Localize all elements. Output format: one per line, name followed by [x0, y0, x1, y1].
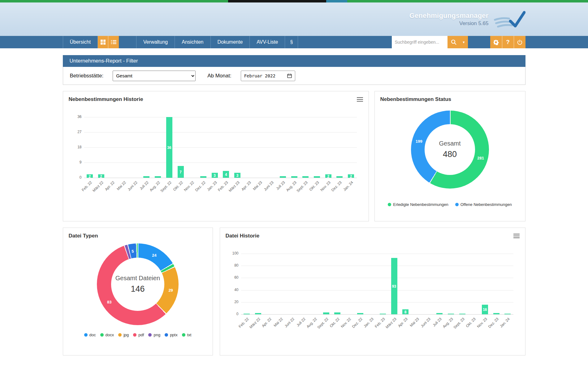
legend-item[interactable]: docx: [100, 333, 114, 337]
logout-button[interactable]: [514, 36, 525, 48]
x-axis-tick-label: März 22: [92, 180, 104, 193]
x-axis-tick-label: Dez. 22: [194, 180, 206, 192]
filter-title: Unternehmens-Report - Filter: [63, 55, 525, 67]
nav-avv-liste[interactable]: AVV-Liste: [250, 36, 285, 48]
legend-item[interactable]: doc: [84, 333, 96, 337]
browser-strip-dark-segment: [228, 0, 326, 2]
bar[interactable]: [357, 313, 363, 314]
gridline: [84, 132, 357, 133]
x-axis-tick-label: Feb. 22: [238, 317, 250, 329]
search-input[interactable]: [392, 36, 447, 48]
x-axis-tick-label: Feb. 23: [217, 180, 229, 192]
browser-strip-teal-segment: [326, 0, 347, 2]
legend-label: docx: [106, 333, 114, 337]
gridline: [84, 178, 357, 178]
x-axis-tick-label: Juli 22: [296, 317, 306, 327]
legend-dot: [455, 203, 459, 206]
bar-chart-nebenbestimmungen-historie[interactable]: 091827362Feb. 222März 22Apr. 22Mai 22Jun…: [84, 117, 357, 178]
list-view-button[interactable]: [108, 36, 119, 48]
legend-item[interactable]: txt: [182, 333, 192, 337]
nav-dokumente[interactable]: Dokumente: [211, 36, 250, 48]
browser-strip: [0, 0, 588, 2]
bar[interactable]: [436, 313, 443, 314]
x-axis-tick-label: Juni 23: [263, 180, 275, 192]
gridline: [241, 254, 513, 254]
gridline: [241, 278, 513, 278]
search-button[interactable]: [447, 36, 460, 48]
x-axis-tick-label: Mai 22: [273, 317, 283, 328]
bar[interactable]: [155, 176, 161, 178]
y-axis-tick-label: 100: [227, 251, 239, 255]
nav-verwaltung[interactable]: Verwaltung: [136, 36, 175, 48]
donut-center-label: Gesamt: [439, 140, 460, 147]
legend-item[interactable]: Offene Nebenbestimmungen: [455, 202, 512, 207]
bar[interactable]: [459, 314, 465, 314]
gridline: [241, 266, 513, 266]
bar[interactable]: [200, 176, 206, 178]
legend-item[interactable]: pdf: [133, 333, 144, 337]
donut-chart-datei-typen[interactable]: Gesamt Dateien1462429835: [97, 243, 179, 325]
bar-value-label: 2: [327, 174, 329, 179]
power-icon: [517, 39, 523, 45]
chart-legend: Erledigte NebenbestimmungenOffene Nebenb…: [380, 202, 520, 207]
x-axis-tick-label: Apr. 23: [240, 180, 252, 192]
bar[interactable]: [334, 312, 340, 314]
chart-card-datei-historie: Datei Historie 020406080100Feb. 22März 2…: [220, 228, 525, 355]
chart-menu-icon[interactable]: [357, 96, 363, 103]
app-logo-text: Genehmigungsmanager Version 5.65: [409, 12, 489, 27]
x-axis-tick-label: Aug. 22: [306, 317, 318, 329]
bar[interactable]: [280, 176, 286, 178]
x-axis-tick-label: Feb. 23: [374, 317, 386, 329]
bar[interactable]: [255, 313, 261, 314]
settings-button[interactable]: [490, 36, 502, 48]
legend-item[interactable]: Erledigte Nebenbestimmungen: [388, 202, 448, 207]
nav-ansichten[interactable]: Ansichten: [175, 36, 210, 48]
bar[interactable]: [291, 176, 297, 178]
bar[interactable]: [314, 176, 320, 178]
betriebsstaette-select[interactable]: Gesamt: [113, 71, 196, 81]
month-picker[interactable]: Februar 2022: [241, 71, 295, 81]
legend-dot: [165, 333, 168, 337]
bar[interactable]: [143, 176, 149, 178]
bar[interactable]: [448, 314, 454, 314]
donut-chart-nebenbestimmungen-status[interactable]: Gesamt480281199: [411, 111, 489, 189]
bar[interactable]: [302, 176, 309, 178]
y-axis-tick-label: 0: [70, 175, 82, 180]
x-axis-tick-label: Dez. 23: [331, 180, 343, 192]
bar[interactable]: [336, 176, 343, 178]
x-axis-tick-label: Juni 22: [127, 180, 138, 192]
bar[interactable]: [504, 314, 511, 314]
bar[interactable]: [493, 313, 499, 314]
bar[interactable]: [244, 314, 250, 314]
legend-item[interactable]: pptx: [165, 333, 178, 337]
bar-value-label: 2: [350, 174, 352, 179]
x-axis-tick-label: Juni 22: [283, 317, 295, 328]
app-header: Genehmigungsmanager Version 5.65: [0, 2, 588, 36]
bar[interactable]: [380, 314, 386, 314]
nav-uebersicht[interactable]: Übersicht: [63, 36, 98, 48]
grid-view-button[interactable]: [98, 36, 108, 48]
search-options-button[interactable]: ▼: [460, 36, 468, 48]
x-axis-tick-label: Jan. 23: [206, 180, 218, 192]
bar-chart-datei-historie[interactable]: 020406080100Feb. 22März 22Apr. 22Mai 22J…: [241, 254, 513, 314]
help-button[interactable]: ?: [502, 36, 514, 48]
donut-center-label: Gesamt Dateien: [115, 275, 160, 282]
chart-menu-icon[interactable]: [513, 233, 520, 239]
nav-gap: [119, 36, 136, 48]
nav-paragraph[interactable]: §: [285, 36, 298, 48]
nav-right-buttons: ?: [490, 36, 525, 48]
x-axis-tick-label: Jan. 23: [363, 317, 374, 329]
bar-value-label: 2: [100, 174, 102, 179]
gridline: [84, 163, 357, 163]
legend-label: Offene Nebenbestimmungen: [460, 202, 512, 207]
bar-value-label: 8: [404, 310, 407, 314]
legend-item[interactable]: png: [148, 333, 160, 337]
segment-value-label: 24: [152, 253, 156, 257]
segment-value-label: 199: [416, 139, 422, 143]
y-axis-tick-label: 0: [227, 312, 239, 316]
x-axis-tick-label: Sept. 23: [452, 317, 465, 330]
legend-item[interactable]: jpg: [118, 333, 129, 337]
donut-center: Gesamt Dateien146: [97, 243, 179, 325]
bar[interactable]: [323, 312, 329, 314]
filter-panel: Unternehmens-Report - Filter Betriebsstä…: [63, 55, 525, 85]
